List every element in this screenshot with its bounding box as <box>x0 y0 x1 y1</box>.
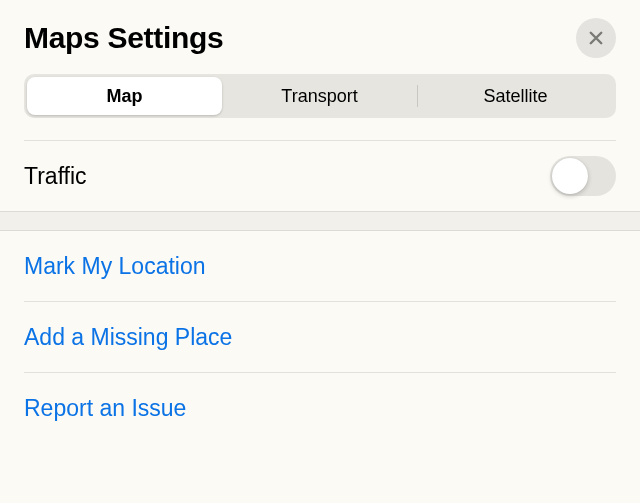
action-label: Add a Missing Place <box>24 324 232 351</box>
action-label: Report an Issue <box>24 395 186 422</box>
page-title: Maps Settings <box>24 21 223 55</box>
tab-label: Transport <box>281 86 357 107</box>
traffic-toggle[interactable] <box>550 156 616 196</box>
tab-label: Map <box>107 86 143 107</box>
toggle-knob <box>552 158 588 194</box>
map-type-segmented-control[interactable]: Map Transport Satellite <box>24 74 616 118</box>
close-icon <box>587 29 605 47</box>
add-missing-place-button[interactable]: Add a Missing Place <box>0 302 640 372</box>
action-label: Mark My Location <box>24 253 206 280</box>
traffic-row: Traffic <box>0 141 640 211</box>
tab-map[interactable]: Map <box>27 77 222 115</box>
close-button[interactable] <box>576 18 616 58</box>
tab-satellite[interactable]: Satellite <box>418 77 613 115</box>
tab-transport[interactable]: Transport <box>222 77 417 115</box>
section-gap <box>0 211 640 231</box>
maps-settings-panel: Maps Settings Map Transport Satellite Tr… <box>0 0 640 503</box>
report-an-issue-button[interactable]: Report an Issue <box>0 373 640 443</box>
traffic-label: Traffic <box>24 163 87 190</box>
header: Maps Settings <box>0 0 640 74</box>
tab-label: Satellite <box>483 86 547 107</box>
mark-my-location-button[interactable]: Mark My Location <box>0 231 640 301</box>
